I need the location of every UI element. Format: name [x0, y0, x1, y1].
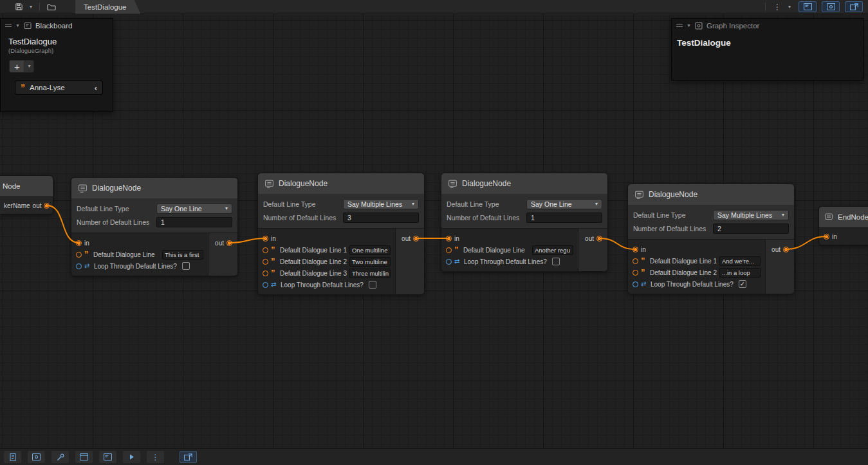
node-title: DialogueNode	[649, 190, 697, 199]
kebab-icon: ⋮	[773, 3, 781, 11]
graph-inspector-header[interactable]: ▼ Graph Inspector	[672, 19, 863, 32]
node-title-bar[interactable]: EndNode	[819, 207, 868, 227]
node-title-bar[interactable]: Node	[0, 176, 53, 196]
string-port[interactable]	[263, 247, 268, 253]
popout-window-button[interactable]	[180, 451, 197, 463]
dialogue-line-field[interactable]: Two multiline	[349, 257, 391, 267]
dialogue-node-3[interactable]: DialogueNode Default Line Type Say One L…	[441, 173, 608, 272]
dialogue-line-field[interactable]: Three multilin	[349, 269, 391, 278]
dialogue-line-field[interactable]: One multiline	[349, 245, 391, 255]
output-port[interactable]	[783, 247, 789, 252]
bool-port[interactable]	[76, 263, 82, 269]
graph-inspector-title: Graph Inspector	[706, 22, 759, 30]
num-lines-field[interactable]: 1	[526, 213, 602, 223]
inspector-icon	[827, 3, 835, 10]
node-title-bar[interactable]: DialogueNode	[441, 173, 607, 194]
open-asset-button[interactable]	[44, 1, 59, 13]
blackboard-panel[interactable]: ▼ Blackboard TestDialogue (DialogueGraph…	[0, 18, 113, 112]
string-port[interactable]	[263, 259, 268, 265]
bool-port[interactable]	[633, 281, 638, 287]
blackboard-toggle-button[interactable]	[799, 1, 817, 12]
inspector-icon	[695, 22, 703, 30]
graph-tab[interactable]: TestDialogue	[75, 0, 140, 14]
chevron-left-icon[interactable]: ‹	[95, 84, 97, 92]
dialogue-line-field[interactable]: This is a first	[162, 250, 203, 260]
node-title-bar[interactable]: DialogueNode	[628, 184, 794, 205]
line-type-dropdown[interactable]: Say Multiple Lines ▾	[343, 199, 419, 209]
input-port[interactable]	[824, 234, 829, 240]
add-property-dropdown[interactable]: ▾	[25, 60, 34, 73]
window-button[interactable]	[75, 451, 93, 463]
string-port[interactable]	[446, 247, 452, 253]
inspector-button[interactable]	[28, 451, 45, 463]
loop-checkbox[interactable]: ✓	[739, 280, 746, 288]
input-port[interactable]	[446, 236, 452, 242]
string-port[interactable]	[76, 252, 82, 258]
graph-inspector-panel[interactable]: ▼ Graph Inspector TestDialogue	[671, 18, 863, 81]
blackboard-button[interactable]	[99, 451, 116, 463]
output-port[interactable]	[44, 203, 50, 209]
loop-checkbox[interactable]	[369, 281, 376, 289]
play-icon	[128, 453, 135, 460]
blackboard-icon	[24, 22, 32, 30]
line-type-dropdown[interactable]: Say Multiple Lines ▾	[713, 210, 789, 220]
port-label: in	[641, 246, 646, 253]
node-properties: Default Line Type Say One Line ▾ Number …	[441, 194, 607, 228]
save-dropdown-button[interactable]: ▾	[27, 1, 35, 13]
port-label: Default Dialogue Line	[93, 251, 155, 258]
exposed-property-anna-lyse[interactable]: ” Anna-Lyse ‹	[15, 81, 103, 95]
collapse-caret-icon[interactable]: ▼	[15, 23, 20, 28]
input-port[interactable]	[263, 236, 268, 242]
end-node-icon	[824, 213, 833, 222]
blackboard-header[interactable]: ▼ Blackboard	[1, 19, 113, 32]
end-node[interactable]: EndNode in	[818, 206, 868, 245]
output-port[interactable]	[596, 236, 602, 242]
speaker-node[interactable]: Node kerName out	[0, 175, 53, 214]
save-button[interactable]	[12, 1, 26, 13]
node-title-bar[interactable]: DialogueNode	[258, 173, 424, 194]
port-label: Default Dialogue Line 2	[650, 269, 717, 276]
string-port[interactable]	[263, 270, 268, 276]
num-lines-field[interactable]: 2	[713, 223, 789, 234]
dialogue-node-1[interactable]: DialogueNode Default Line Type Say One L…	[71, 177, 238, 276]
add-property-button[interactable]: +	[9, 60, 25, 73]
dialogue-line-field[interactable]: ...in a loop	[719, 268, 761, 278]
kebab-menu-button[interactable]: ⋮	[770, 1, 784, 13]
doc-list-button[interactable]	[4, 451, 21, 463]
output-port[interactable]	[226, 240, 232, 246]
loop-checkbox[interactable]	[182, 262, 190, 270]
input-port[interactable]	[76, 240, 82, 246]
line-type-dropdown[interactable]: Say One Line ▾	[526, 199, 602, 209]
num-lines-field[interactable]: 3	[343, 213, 419, 223]
num-lines-field[interactable]: 1	[156, 217, 232, 227]
tools-button[interactable]	[51, 451, 69, 463]
bool-port[interactable]	[446, 259, 452, 265]
popout-toggle-button[interactable]	[845, 1, 863, 12]
dialogue-node-2[interactable]: DialogueNode Default Line Type Say Multi…	[257, 173, 425, 295]
loop-checkbox[interactable]	[552, 258, 560, 265]
input-port[interactable]	[633, 247, 638, 252]
prop-label: Default Line Type	[447, 200, 526, 208]
line-type-dropdown[interactable]: Say One Line ▾	[156, 204, 232, 214]
port-label: Loop Through Default Lines?	[94, 263, 177, 270]
inspector-graph-name: TestDialogue	[677, 38, 858, 48]
port-label: out	[585, 235, 594, 242]
play-button[interactable]	[123, 451, 140, 463]
loop-icon: ⇄	[84, 263, 91, 269]
dialogue-node-4[interactable]: DialogueNode Default Line Type Say Multi…	[627, 184, 795, 294]
inspector-toggle-button[interactable]	[822, 1, 840, 12]
more-options-button[interactable]: ⋮	[147, 451, 164, 463]
collapse-caret-icon[interactable]: ▼	[687, 23, 691, 28]
graph-canvas[interactable]: ▾ TestDialogue ⋮ ▾	[0, 0, 868, 465]
dialogue-line-field[interactable]: Another regu	[532, 245, 573, 255]
quote-icon: ”	[271, 271, 277, 275]
node-title-bar[interactable]: DialogueNode	[71, 178, 237, 198]
menu-dropdown-button[interactable]: ▾	[786, 1, 793, 13]
string-port[interactable]	[633, 270, 638, 276]
string-port[interactable]	[633, 258, 638, 264]
bool-port[interactable]	[263, 282, 268, 288]
toolbar-separator	[39, 3, 40, 11]
output-port[interactable]	[413, 236, 419, 242]
drag-handle-icon	[676, 23, 683, 28]
dialogue-line-field[interactable]: And we're...	[719, 256, 761, 266]
